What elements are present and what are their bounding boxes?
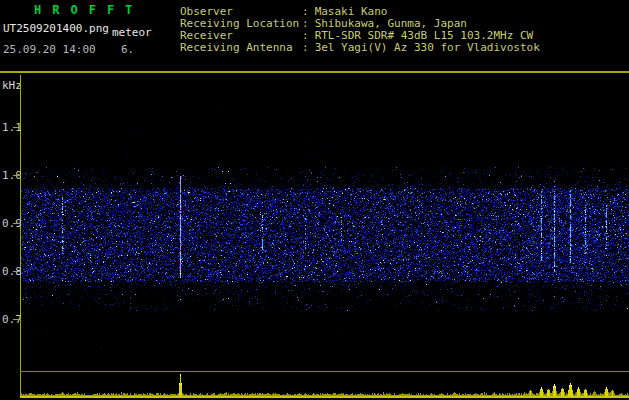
y-tick-mark (13, 223, 21, 224)
y-tick-mark (13, 319, 21, 320)
info-row-location: Receiving Location:Shibukawa, Gunma, Jap… (180, 18, 467, 29)
info-row-antenna: Receiving Antenna:3el Yagi(V) Az 330 for… (180, 42, 540, 53)
header-separator-line (0, 71, 629, 73)
echo-counter: 6. (121, 44, 134, 55)
y-tick-mark (13, 175, 21, 176)
info-value-location: Shibukawa, Gunma, Japan (315, 18, 467, 29)
datetime-label: 25.09.20 14:00 (3, 44, 96, 55)
app-title: HROFFT (34, 5, 143, 16)
mode-label: meteor (112, 27, 152, 38)
info-label-receiver: Receiver (180, 30, 302, 41)
hrofft-screen: HROFFT UT2509201400.png meteor 25.09.20 … (0, 0, 629, 400)
y-tick-mark (13, 127, 21, 128)
info-value-receiver: RTL-SDR SDR# 43dB L15 103.2MHz CW (315, 30, 534, 41)
info-row-receiver: Receiver:RTL-SDR SDR# 43dB L15 103.2MHz … (180, 30, 533, 41)
output-filename: UT2509201400.png (3, 23, 109, 34)
info-label-observer: Observer (180, 6, 302, 17)
info-value-antenna: 3el Yagi(V) Az 330 for Vladivostok (315, 42, 540, 53)
info-value-observer: Masaki Kano (315, 6, 388, 17)
signal-strip-bottom-line (20, 396, 629, 398)
info-colon: : (302, 42, 309, 53)
info-row-observer: Observer:Masaki Kano (180, 6, 387, 17)
info-colon: : (302, 30, 309, 41)
spectrogram-canvas (21, 75, 629, 371)
info-colon: : (302, 6, 309, 17)
y-axis-unit-label: kHz (2, 80, 22, 91)
info-label-location: Receiving Location (180, 18, 302, 29)
signal-level-strip-canvas (21, 372, 629, 396)
y-tick-mark (13, 271, 21, 272)
info-label-antenna: Receiving Antenna (180, 42, 302, 53)
info-colon: : (302, 18, 309, 29)
